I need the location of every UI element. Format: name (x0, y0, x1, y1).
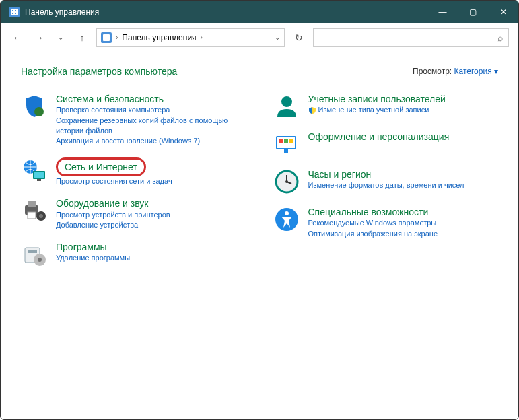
view-label: Просмотр: (413, 67, 452, 76)
svg-point-17 (39, 214, 43, 218)
category-title[interactable]: Специальные возможности (308, 207, 429, 217)
maximize-button[interactable]: ▢ (458, 1, 488, 23)
back-button[interactable]: ← (10, 30, 25, 45)
category-body: Программы Удаление программы (56, 241, 246, 268)
highlight-callout: Сеть и Интернет (56, 158, 146, 176)
view-dropdown[interactable]: Категория ▾ (454, 67, 498, 76)
category-system: Система и безопасность Проверка состояни… (21, 93, 246, 147)
printer-icon (21, 197, 48, 224)
category-accessibility: Специальные возможности Рекомендуемые Wi… (273, 206, 499, 239)
breadcrumb-root[interactable]: Панель управления (122, 33, 196, 42)
up-button[interactable]: ↑ (75, 30, 90, 45)
category-link[interactable]: Рекомендуемые Windows параметры (308, 218, 499, 228)
category-link[interactable]: Сохранение резервных копий файлов с помо… (56, 116, 246, 137)
svg-point-32 (285, 211, 289, 215)
page-title: Настройка параметров компьютера (21, 66, 177, 77)
category-link[interactable]: Оптимизация изображения на экране (308, 229, 499, 239)
search-input[interactable] (319, 33, 497, 42)
recent-dropdown[interactable]: ⌄ (53, 30, 68, 45)
category-title[interactable]: Оборудование и звук (56, 198, 149, 209)
svg-rect-4 (12, 13, 13, 14)
category-title[interactable]: Учетные записи пользователей (308, 94, 446, 104)
category-body: Оборудование и звук Просмотр устройств и… (56, 197, 246, 230)
category-link[interactable]: Просмотр состояния сети и задач (56, 176, 246, 186)
clock-icon (273, 168, 300, 195)
user-icon (273, 93, 300, 120)
shield-icon (21, 93, 48, 120)
category-title[interactable]: Сеть и Интернет (65, 162, 137, 172)
category-clock: Часы и регион Изменение форматов даты, в… (273, 168, 499, 195)
category-hardware: Оборудование и звук Просмотр устройств и… (21, 197, 246, 230)
svg-rect-11 (34, 172, 44, 178)
svg-point-30 (285, 180, 288, 183)
category-link[interactable]: Просмотр устройств и принтеров (56, 210, 246, 220)
category-link[interactable]: Изменение форматов даты, времени и чисел (308, 180, 499, 190)
svg-rect-2 (12, 10, 13, 11)
refresh-button[interactable]: ↻ (291, 30, 306, 45)
forward-button[interactable]: → (32, 30, 46, 45)
window-title: Панель управления (25, 7, 427, 17)
titlebar: Панель управления — ▢ ✕ (1, 1, 518, 23)
content-header: Настройка параметров компьютера Просмотр… (21, 66, 498, 77)
category-body: Система и безопасность Проверка состояни… (56, 93, 246, 147)
svg-rect-14 (28, 201, 36, 207)
close-button[interactable]: ✕ (488, 1, 518, 23)
category-title[interactable]: Часы и регион (308, 169, 372, 180)
svg-rect-25 (279, 139, 283, 143)
svg-rect-1 (11, 9, 18, 15)
svg-point-22 (281, 96, 292, 107)
category-appearance: Оформление и персонализация (273, 131, 499, 158)
window: Панель управления — ▢ ✕ ← → ⌄ ↑ › Панель… (0, 0, 519, 420)
toolbar: ← → ⌄ ↑ › Панель управления › ⌄ ↻ ⌕ (1, 23, 518, 53)
category-body: Специальные возможности Рекомендуемые Wi… (308, 206, 499, 239)
category-body: Оформление и персонализация (308, 131, 499, 158)
window-buttons: — ▢ ✕ (427, 1, 518, 23)
svg-rect-27 (289, 139, 293, 143)
column-left: Система и безопасность Проверка состояни… (21, 93, 246, 268)
accessibility-icon (273, 206, 300, 233)
category-body: Часы и регион Изменение форматов даты, в… (308, 168, 499, 195)
address-icon (101, 32, 112, 43)
category-title[interactable]: Оформление и персонализация (308, 131, 450, 142)
chevron-right-icon: › (201, 34, 203, 41)
category-network: Сеть и Интернет Просмотр состояния сети … (21, 158, 246, 187)
category-body: Учетные записи пользователей Изменение т… (308, 93, 499, 120)
search-box[interactable]: ⌕ (313, 28, 509, 47)
svg-rect-28 (284, 149, 288, 153)
category-grid: Система и безопасность Проверка состояни… (21, 93, 498, 268)
chevron-right-icon: › (116, 34, 118, 41)
category-title[interactable]: Система и безопасность (56, 94, 164, 104)
svg-point-21 (38, 258, 42, 262)
globe-monitor-icon (21, 158, 48, 184)
svg-point-8 (34, 107, 44, 116)
category-programs: Программы Удаление программы (21, 241, 246, 268)
view-selector: Просмотр: Категория ▾ (413, 67, 498, 76)
category-link[interactable]: Удаление программы (56, 253, 246, 263)
shield-badge-icon (308, 106, 316, 114)
address-dropdown[interactable]: ⌄ (275, 34, 280, 41)
category-body: Сеть и Интернет Просмотр состояния сети … (56, 158, 246, 187)
svg-rect-15 (28, 212, 36, 219)
content: Настройка параметров компьютера Просмотр… (1, 53, 518, 419)
svg-rect-12 (37, 179, 41, 181)
category-link[interactable]: Архивация и восстановление (Windows 7) (56, 136, 246, 146)
svg-rect-3 (15, 10, 16, 11)
svg-rect-5 (15, 13, 16, 14)
svg-rect-19 (28, 250, 37, 253)
monitor-tiles-icon (273, 131, 300, 158)
category-link[interactable]: Добавление устройства (56, 220, 246, 230)
box-icon (21, 241, 48, 268)
category-link[interactable]: Изменение типа учетной записи (308, 105, 499, 115)
search-icon[interactable]: ⌕ (497, 32, 503, 43)
minimize-button[interactable]: — (427, 1, 458, 23)
svg-rect-7 (103, 34, 110, 41)
app-icon (9, 7, 20, 18)
column-right: Учетные записи пользователей Изменение т… (273, 93, 499, 268)
category-title[interactable]: Программы (56, 242, 107, 252)
category-link[interactable]: Проверка состояния компьютера (56, 105, 246, 115)
address-bar[interactable]: › Панель управления › ⌄ (96, 28, 285, 47)
category-users: Учетные записи пользователей Изменение т… (273, 93, 499, 120)
svg-rect-26 (284, 139, 288, 143)
